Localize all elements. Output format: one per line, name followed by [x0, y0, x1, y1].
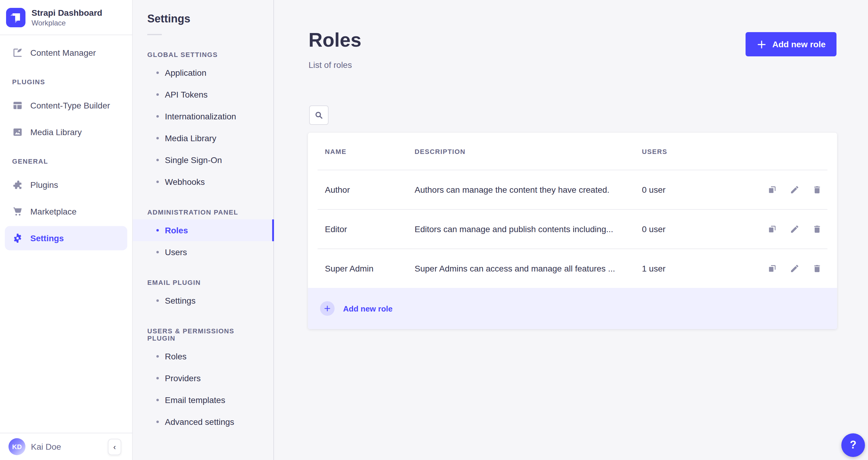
table-header-row: NAME DESCRIPTION USERS: [308, 133, 837, 170]
edit-role-button[interactable]: [789, 184, 800, 195]
role-users-count: 1 user: [642, 263, 750, 273]
role-users-count: 0 user: [642, 185, 750, 194]
sidebar-section-general: GENERAL: [12, 158, 120, 165]
subnav-section-global-settings: GLOBAL SETTINGS: [147, 51, 259, 58]
subnav-item-application[interactable]: Application: [133, 62, 273, 84]
subnav-item-label: Users: [165, 247, 187, 257]
help-button[interactable]: ?: [841, 433, 865, 457]
subnav-item-internationalization[interactable]: Internationalization: [133, 105, 273, 127]
duplicate-icon: [767, 263, 777, 273]
row-actions: [750, 184, 823, 195]
subnav-item-api-tokens[interactable]: API Tokens: [133, 84, 273, 105]
subnav-item-roles[interactable]: Roles: [133, 219, 273, 241]
workspace-switcher[interactable]: Strapi Dashboard Workplace: [0, 0, 132, 35]
sidebar-item-content-type-builder[interactable]: Content-Type Builder: [5, 93, 127, 118]
role-name: Editor: [325, 224, 414, 234]
subnav-item-label: Roles: [165, 351, 187, 361]
role-name: Author: [325, 185, 414, 194]
subnav-item-single-sign-on[interactable]: Single Sign-On: [133, 149, 273, 171]
chevron-left-icon: ‹: [113, 442, 116, 451]
workspace-name: Workplace: [32, 19, 102, 27]
sidebar-item-settings[interactable]: Settings: [5, 226, 127, 250]
sidebar-item-label: Settings: [30, 233, 64, 243]
subnav-item-advanced-settings[interactable]: Advanced settings: [133, 411, 273, 433]
edit-role-button[interactable]: [789, 223, 800, 234]
user-profile[interactable]: KD Kai Doe ‹: [0, 433, 132, 460]
sidebar-item-marketplace[interactable]: Marketplace: [5, 200, 127, 224]
sidebar-item-plugins[interactable]: Plugins: [5, 173, 127, 197]
add-new-role-label: Add new role: [772, 39, 826, 49]
table-row[interactable]: Author Authors can manage the content th…: [308, 170, 837, 209]
strapi-logo-icon: [6, 8, 26, 27]
delete-role-button[interactable]: [812, 223, 823, 234]
row-actions: [750, 263, 823, 274]
subnav-title-divider: [147, 34, 162, 35]
column-header-name: NAME: [325, 148, 414, 155]
table-row[interactable]: Super Admin Super Admins can access and …: [308, 248, 837, 288]
sidebar-item-media-library[interactable]: Media Library: [5, 120, 127, 144]
add-new-role-button[interactable]: Add new role: [746, 32, 836, 56]
sidebar-item-content-manager[interactable]: Content Manager: [5, 40, 127, 65]
main-content: Roles List of roles Add new role NAME DE…: [274, 0, 868, 460]
subnav-item-label: Roles: [165, 225, 188, 235]
app-root: Strapi Dashboard Workplace Content Manag…: [0, 0, 868, 460]
table-add-new-role-row[interactable]: Add new role: [308, 288, 837, 329]
subnav-item-label: Settings: [165, 296, 195, 305]
subnav-section-users-permissions-plugin: USERS & PERMISSIONS PLUGIN: [147, 327, 259, 342]
subnav-item-label: Email templates: [165, 395, 225, 405]
duplicate-icon: [767, 224, 777, 234]
trash-icon: [812, 224, 822, 234]
layout-icon: [12, 100, 23, 111]
subnav-item-label: Media Library: [165, 133, 216, 143]
pencil-icon: [790, 224, 800, 234]
subnav-item-label: Single Sign-On: [165, 155, 222, 165]
subnav-item-label: Application: [165, 68, 207, 78]
subnav-item-users[interactable]: Users: [133, 241, 273, 263]
subnav-item-webhooks[interactable]: Webhooks: [133, 171, 273, 193]
sidebar-item-label: Content-Type Builder: [30, 101, 110, 110]
duplicate-role-button[interactable]: [767, 263, 778, 274]
app-title: Strapi Dashboard: [32, 8, 102, 18]
delete-role-button[interactable]: [812, 263, 823, 274]
subnav-item-email-settings[interactable]: Settings: [133, 290, 273, 311]
page-title: Roles: [309, 30, 361, 50]
table-add-new-role-label: Add new role: [343, 304, 393, 313]
cart-icon: [12, 206, 23, 217]
row-actions: [750, 223, 823, 234]
subnav-item-label: Internationalization: [165, 112, 236, 121]
subnav-section-administration-panel: ADMINISTRATION PANEL: [147, 209, 259, 216]
role-description: Editors can manage and publish contents …: [414, 224, 642, 234]
main-sidebar: Strapi Dashboard Workplace Content Manag…: [0, 0, 133, 460]
workspace-text: Strapi Dashboard Workplace: [32, 8, 102, 27]
page-subtitle: List of roles: [309, 60, 352, 70]
collapse-sidebar-button[interactable]: ‹: [108, 438, 121, 455]
plus-circle-icon: [320, 301, 335, 316]
duplicate-role-button[interactable]: [767, 184, 778, 195]
column-header-users: USERS: [642, 148, 750, 155]
role-description: Authors can manage the content they have…: [414, 185, 642, 194]
edit-role-button[interactable]: [789, 263, 800, 274]
subnav-section-email-plugin: EMAIL PLUGIN: [147, 279, 259, 286]
subnav-item-email-templates[interactable]: Email templates: [133, 389, 273, 411]
image-icon: [12, 127, 23, 137]
pencil-icon: [790, 263, 800, 273]
subnav-item-providers[interactable]: Providers: [133, 367, 273, 389]
search-button[interactable]: [309, 105, 329, 125]
sidebar-item-label: Content Manager: [30, 48, 96, 58]
delete-role-button[interactable]: [812, 184, 823, 195]
subnav-item-label: Webhooks: [165, 177, 205, 187]
table-row[interactable]: Editor Editors can manage and publish co…: [308, 209, 837, 248]
subnav-item-up-roles[interactable]: Roles: [133, 345, 273, 367]
roles-table: NAME DESCRIPTION USERS Author Authors ca…: [308, 133, 837, 329]
pencil-icon: [790, 185, 800, 194]
subnav-item-media-library[interactable]: Media Library: [133, 127, 273, 149]
subnav-title: Settings: [133, 0, 273, 26]
duplicate-icon: [767, 185, 777, 194]
content-manager-icon: [12, 47, 23, 58]
duplicate-role-button[interactable]: [767, 223, 778, 234]
subnav-item-label: API Tokens: [165, 90, 208, 99]
user-name: Kai Doe: [31, 442, 61, 452]
gear-icon: [12, 233, 23, 244]
sidebar-nav-list: Content Manager PLUGINS Content-Type Bui…: [0, 35, 132, 433]
subnav-item-label: Advanced settings: [165, 417, 234, 427]
